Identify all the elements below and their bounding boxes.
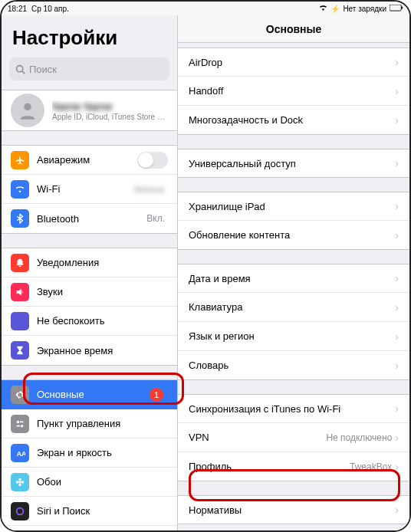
itunes-sync-row[interactable]: Синхронизация с iTunes по Wi-Fi› <box>178 394 409 423</box>
multitask-label: Многозадачность и Dock <box>189 114 303 126</box>
charge-icon: ⚡ <box>330 5 340 13</box>
dnd-label: Не беспокоить <box>37 315 105 327</box>
siri-icon <box>11 502 29 521</box>
bluetooth-row[interactable]: Bluetooth Вкл. <box>2 204 177 233</box>
legal-label: Нормативы <box>189 504 242 516</box>
avatar-icon <box>11 94 44 127</box>
account-sub: Apple ID, iCloud, iTunes Store и A... <box>52 113 168 121</box>
handoff-label: Handoff <box>189 85 223 97</box>
bell-icon <box>11 254 29 272</box>
bluetooth-label: Bluetooth <box>37 213 79 225</box>
chevron-right-icon: › <box>395 461 399 473</box>
screentime-label: Экранное время <box>37 345 113 356</box>
keyboard-label: Клавиатура <box>189 301 242 313</box>
vpn-label: VPN <box>189 432 209 443</box>
detail-pane: Основные AirDrop› Handoff› Многозадачнос… <box>178 15 409 530</box>
svg-rect-0 <box>390 5 401 11</box>
language-row[interactable]: Язык и регион› <box>178 322 409 351</box>
search-icon <box>15 64 25 74</box>
chevron-right-icon: › <box>395 200 399 212</box>
chevron-right-icon: › <box>395 114 399 126</box>
account-name: Name Name <box>52 100 168 113</box>
svg-rect-8 <box>17 425 20 426</box>
background-refresh-row[interactable]: Обновление контента› <box>178 221 409 250</box>
dictionary-row[interactable]: Словарь› <box>178 351 409 380</box>
datetime-label: Дата и время <box>189 273 251 284</box>
hourglass-icon <box>11 341 29 360</box>
status-charge: Нет зарядки <box>343 5 386 13</box>
siri-row[interactable]: Siri и Поиск <box>2 497 177 526</box>
legal-row[interactable]: Нормативы› <box>178 495 409 524</box>
datetime-row[interactable]: Дата и время› <box>178 264 409 293</box>
brightness-icon: AA <box>11 444 29 462</box>
gear-icon <box>11 386 29 404</box>
display-row[interactable]: AA Экран и яркость <box>2 438 177 468</box>
vpn-value: Не подключено <box>326 432 392 443</box>
airplane-label: Авиарежим <box>37 154 90 166</box>
dnd-row[interactable]: Не беспокоить <box>2 307 177 336</box>
wifi-icon <box>319 5 327 13</box>
battery-icon <box>390 5 403 13</box>
svg-rect-6 <box>20 421 23 422</box>
handoff-row[interactable]: Handoff› <box>178 77 409 106</box>
svg-point-11 <box>18 478 21 481</box>
notifications-row[interactable]: Уведомления <box>2 248 177 277</box>
svg-point-15 <box>17 507 24 514</box>
svg-point-5 <box>17 420 20 423</box>
vpn-row[interactable]: VPNНе подключено› <box>178 423 409 452</box>
svg-point-13 <box>16 481 19 484</box>
accessibility-row[interactable]: Универсальный доступ› <box>178 149 409 178</box>
notifications-label: Уведомления <box>37 257 99 268</box>
svg-point-4 <box>24 103 31 110</box>
chevron-right-icon: › <box>395 229 399 241</box>
moon-icon <box>11 312 29 330</box>
chevron-right-icon: › <box>395 85 399 97</box>
svg-text:AA: AA <box>17 449 25 457</box>
storage-label: Хранилище iPad <box>189 201 265 212</box>
refresh-label: Обновление контента <box>189 229 290 241</box>
screentime-row[interactable]: Экранное время <box>2 336 177 365</box>
status-date: Ср 10 апр. <box>31 5 69 13</box>
accessibility-label: Универсальный доступ <box>189 158 296 169</box>
sounds-label: Звуки <box>37 286 63 297</box>
svg-point-14 <box>21 481 25 484</box>
status-time: 18:21 <box>8 5 27 13</box>
profile-value: TweakBox <box>350 461 392 472</box>
keyboard-row[interactable]: Клавиатура› <box>178 293 409 322</box>
bluetooth-value: Вкл. <box>146 213 165 224</box>
airplane-toggle[interactable] <box>137 152 168 169</box>
wallpaper-row[interactable]: Обои <box>2 468 177 497</box>
touchid-row[interactable]: Touch ID и код-пароль <box>2 526 177 530</box>
wallpaper-label: Обои <box>37 476 61 488</box>
airplane-icon <box>11 151 29 169</box>
settings-title: Настройки <box>2 15 177 57</box>
svg-line-3 <box>22 71 25 73</box>
profile-label: Профиль <box>189 461 232 472</box>
sync-label: Синхронизация с iTunes по Wi-Fi <box>189 403 340 415</box>
general-label: Основные <box>37 389 84 400</box>
search-placeholder: Поиск <box>29 64 57 75</box>
control-label: Пункт управления <box>37 418 120 429</box>
chevron-right-icon: › <box>395 301 399 314</box>
control-center-row[interactable]: Пункт управления <box>2 409 177 438</box>
search-input[interactable]: Поиск <box>9 57 169 80</box>
chevron-right-icon: › <box>395 157 399 169</box>
chevron-right-icon: › <box>395 432 399 444</box>
bluetooth-icon <box>11 209 29 228</box>
profile-row[interactable]: ПрофильTweakBox› <box>178 452 409 481</box>
multitask-row[interactable]: Многозадачность и Dock› <box>178 106 409 135</box>
wifi-row[interactable]: Wi-Fi Network <box>2 175 177 204</box>
language-label: Язык и регион <box>189 330 255 342</box>
airplane-mode-row[interactable]: Авиарежим <box>2 146 177 175</box>
svg-rect-1 <box>401 6 403 8</box>
airdrop-label: AirDrop <box>189 57 222 68</box>
chevron-right-icon: › <box>395 504 399 516</box>
general-row[interactable]: Основные 1 <box>2 380 177 409</box>
sounds-row[interactable]: Звуки <box>2 277 177 307</box>
storage-row[interactable]: Хранилище iPad› <box>178 192 409 221</box>
apple-id-row[interactable]: Name Name Apple ID, iCloud, iTunes Store… <box>2 90 177 130</box>
wifi-label: Wi-Fi <box>37 183 60 195</box>
airdrop-row[interactable]: AirDrop› <box>178 48 409 77</box>
siri-label: Siri и Поиск <box>37 505 90 517</box>
svg-point-2 <box>17 65 23 71</box>
